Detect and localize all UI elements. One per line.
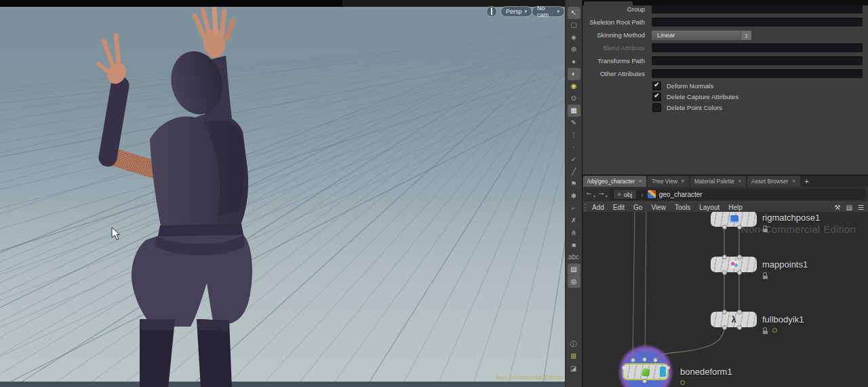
output-connector[interactable]	[722, 325, 727, 330]
text-abc-icon[interactable]: abc	[568, 251, 580, 263]
headlight-icon[interactable]: ◉	[568, 80, 580, 92]
node-fullbodyik1[interactable]: λ	[711, 312, 757, 327]
image-icon[interactable]: ◪	[567, 363, 580, 375]
menu-item[interactable]: Edit	[613, 204, 625, 211]
grid-icon[interactable]: ⊞	[567, 350, 580, 363]
lock-icon	[491, 8, 492, 15]
camera-label: No cam	[537, 5, 554, 18]
input-connector[interactable]	[631, 358, 635, 363]
network-editor[interactable]: rigmatchpose1 mappoints1 λ fullbodyik1	[583, 212, 868, 387]
input-connector[interactable]	[642, 357, 647, 362]
pane-tab[interactable]: /obj/geo_character ✕	[583, 176, 646, 187]
handles-icon[interactable]: ✱	[568, 190, 580, 202]
bulb-icon[interactable]: ◎	[568, 276, 580, 288]
menu-grip[interactable]	[585, 204, 588, 211]
scatter-icon[interactable]: ⋮	[568, 129, 580, 141]
input-connector[interactable]	[737, 255, 742, 259]
bypass-badge[interactable]	[680, 380, 685, 385]
checkbox[interactable]: ✔	[652, 92, 661, 101]
camera-menu[interactable]: No cam ▾	[532, 6, 565, 17]
context-chip[interactable]: ≡ obj	[613, 189, 637, 200]
checkbox-row[interactable]: Delete Point Colors	[583, 102, 868, 113]
noncommercial-watermark: Non-Commercial Edition	[741, 223, 856, 235]
blend-attribute-label: Blend Attribute	[583, 44, 652, 52]
output-connector[interactable]	[737, 325, 742, 330]
skeleton-root-path-field[interactable]	[652, 18, 863, 26]
input-connector[interactable]	[737, 310, 742, 314]
input-connector[interactable]	[722, 255, 727, 259]
stop-icon[interactable]: ■	[568, 239, 580, 251]
group-field[interactable]	[652, 5, 863, 14]
snap-check-icon[interactable]: ✓	[568, 153, 580, 166]
input-connector[interactable]	[653, 358, 658, 363]
target-icon[interactable]: ⊕	[568, 43, 580, 56]
other-attributes-field[interactable]	[652, 69, 863, 78]
checkbox-row[interactable]: ✔ Deform Normals	[583, 80, 868, 91]
checkbox[interactable]: ✔	[652, 81, 661, 90]
slash-tool-icon[interactable]: ╱	[568, 166, 580, 178]
select-spinner[interactable]: ▴ ▾	[741, 31, 751, 40]
point-icon[interactable]: ·	[568, 141, 580, 153]
output-connector[interactable]	[722, 225, 727, 229]
menu-item[interactable]: Help	[728, 204, 743, 211]
corner-pivot-icon[interactable]: ⌐	[568, 202, 580, 215]
pane-tab[interactable]: Tree View ✕	[648, 176, 689, 187]
output-connector[interactable]	[737, 270, 742, 275]
back-button[interactable]: ←▾	[585, 188, 595, 200]
menu-item[interactable]: Add	[592, 204, 604, 211]
viewport-lock-button[interactable]	[486, 6, 497, 17]
close-icon[interactable]: ✕	[681, 179, 685, 184]
lock-camera-icon[interactable]: ◈	[568, 31, 580, 43]
display-flag[interactable]	[660, 367, 666, 377]
skeleton-root-path-label: Skeleton Root Path	[583, 18, 652, 26]
background-image-icon[interactable]: ▩	[568, 105, 580, 117]
brush-icon[interactable]: ✎	[568, 117, 580, 129]
tab-label: /obj/geo_character	[587, 178, 635, 185]
menu-item[interactable]: Go	[633, 204, 642, 211]
pane-tab[interactable]: Asset Browser ✕	[747, 176, 800, 187]
bypass-badge[interactable]	[772, 328, 777, 333]
checkbox-row[interactable]: ✔ Delete Capture Attributes	[583, 91, 868, 102]
image-plane-icon[interactable]: ▤	[568, 263, 580, 276]
add-tab-button[interactable]: +	[802, 176, 812, 187]
menu-item[interactable]: Tools	[675, 204, 690, 211]
pane-tab[interactable]: Material Palette ✕	[690, 176, 746, 187]
lighting-icon[interactable]: ◐	[568, 68, 580, 80]
list-icon[interactable]: ☰	[858, 204, 864, 211]
transforms-path-field[interactable]	[652, 56, 863, 65]
tools-icon[interactable]: ⚒	[835, 204, 841, 211]
menu-item[interactable]: View	[651, 204, 666, 211]
viewport-canvas[interactable]	[0, 7, 565, 387]
checkbox-label: Delete Capture Attributes	[667, 93, 738, 100]
transforms-path-label: Transforms Path	[583, 57, 652, 64]
close-icon[interactable]: ✕	[638, 179, 642, 184]
view-tool-icon[interactable]: ↖	[568, 7, 580, 19]
skinning-method-select[interactable]: Linear ▴ ▾	[652, 31, 751, 40]
path-field[interactable]: ≡ obj › geo_character	[610, 189, 865, 200]
node-mappoints1[interactable]	[711, 257, 757, 272]
wires-layer	[583, 212, 868, 387]
checkbox[interactable]	[652, 103, 661, 112]
viewport-pane[interactable]: Persp ▾ No cam ▾ Non Commercial Edition	[0, 0, 565, 387]
output-connector[interactable]	[722, 270, 727, 275]
shade-sphere-icon[interactable]: ●	[568, 56, 580, 68]
current-node-chip[interactable]: geo_character	[648, 190, 703, 198]
forward-button[interactable]: →▾	[597, 188, 608, 200]
persp-menu[interactable]: Persp ▾	[500, 6, 532, 17]
input-connector[interactable]	[722, 310, 727, 314]
info-icon[interactable]: ⓘ	[567, 338, 580, 350]
flag-icon[interactable]: ⚑	[568, 178, 580, 190]
blend-attribute-field[interactable]	[652, 43, 863, 52]
page-icon[interactable]: ▤	[846, 204, 852, 211]
other-attributes-label: Other Attributes	[583, 70, 652, 77]
node-bonedeform1[interactable]	[623, 363, 669, 380]
ik-icon[interactable]: ⋔	[568, 227, 580, 239]
axis-icon[interactable]: ✗	[568, 215, 580, 227]
select-box-icon[interactable]: ▢	[568, 19, 580, 31]
lock-badge	[762, 272, 768, 278]
output-connector[interactable]	[642, 379, 647, 384]
menu-item[interactable]: Layout	[699, 204, 719, 211]
close-icon[interactable]: ✕	[738, 179, 742, 184]
close-icon[interactable]: ✕	[792, 179, 796, 184]
pin-icon[interactable]: ⊙	[568, 92, 580, 105]
